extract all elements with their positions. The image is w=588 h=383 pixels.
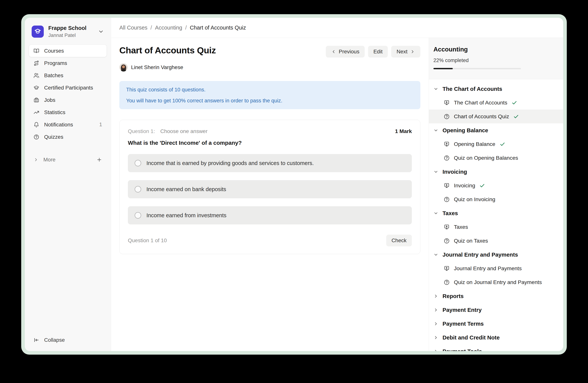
answer-option-2[interactable]: Income earned on bank deposits <box>128 180 412 198</box>
chapter-label: Invoicing <box>442 169 467 175</box>
question-instruction: Choose one answer <box>160 128 208 134</box>
lesson-taxes[interactable]: Taxes <box>429 220 563 234</box>
answer-option-1[interactable]: Income that is earned by providing goods… <box>128 154 412 172</box>
chapter-label: The Chart of Accounts <box>442 86 502 92</box>
lesson-label: Chart of Accounts Quiz <box>454 113 509 120</box>
chapter-label: Debit and Credit Note <box>442 334 500 341</box>
collapse-sidebar-icon <box>34 337 39 343</box>
monitor-play-icon <box>444 266 450 271</box>
chapter-taxes[interactable]: Taxes <box>429 206 563 220</box>
lesson-opening-balance[interactable]: Opening Balance <box>429 137 563 151</box>
question-number-label: Question 1: <box>128 128 155 134</box>
chapter-payment-entry[interactable]: Payment Entry <box>429 303 563 317</box>
sidebar-item-notifications[interactable]: Notifications 1 <box>29 118 107 131</box>
chapter-the-chart-of-accounts[interactable]: The Chart of Accounts <box>429 82 563 96</box>
sidebar-item-quizzes[interactable]: Quizzes <box>29 131 107 143</box>
help-circle-icon <box>444 279 450 285</box>
sidebar-item-label: Notifications <box>44 122 73 128</box>
chevron-left-icon <box>331 49 336 54</box>
collapse-label: Collapse <box>44 337 65 343</box>
answer-option-label: Income earned on bank deposits <box>147 186 226 192</box>
check-icon <box>479 183 485 189</box>
sidebar-more-toggle[interactable]: More <box>29 154 107 165</box>
sidebar-item-courses[interactable]: Courses <box>29 45 107 57</box>
edit-button[interactable]: Edit <box>368 46 388 57</box>
check-button-label: Check <box>392 237 406 244</box>
previous-button[interactable]: Previous <box>326 46 365 57</box>
chapter-opening-balance[interactable]: Opening Balance <box>429 123 563 137</box>
chapter-label: Payment Tools <box>442 348 482 351</box>
breadcrumb-accounting[interactable]: Accounting <box>155 25 182 31</box>
sidebar-item-jobs[interactable]: Jobs <box>29 94 107 106</box>
sidebar-item-batches[interactable]: Batches <box>29 69 107 81</box>
sidebar-item-label: Statistics <box>44 109 65 115</box>
sidebar-item-label: Certified Participants <box>44 85 93 91</box>
chapter-reports[interactable]: Reports <box>429 289 563 303</box>
radio-button[interactable] <box>135 160 141 166</box>
breadcrumb-all-courses[interactable]: All Courses <box>119 25 147 31</box>
app-frame: Frappe School Jannat Patel Courses <box>25 18 563 351</box>
chapter-label: Payment Entry <box>442 307 482 313</box>
chapter-label: Reports <box>442 293 463 299</box>
course-progress-fill <box>433 68 453 69</box>
sidebar-spacer <box>25 165 111 337</box>
chevron-down-icon <box>433 211 438 216</box>
sidebar-item-label: Batches <box>44 73 63 78</box>
course-progress-header: Accounting 22% completed <box>429 38 563 79</box>
course-progress-bar <box>433 68 521 69</box>
lesson-label: Quiz on Taxes <box>454 238 488 244</box>
lesson-label: Opening Balance <box>454 141 495 147</box>
sidebar-item-programs[interactable]: Programs <box>29 57 107 69</box>
notice-line-2: You will have to get 100% correct answer… <box>126 98 414 103</box>
sidebar-more-label: More <box>43 157 56 163</box>
chapter-label: Opening Balance <box>442 127 488 134</box>
chapter-payment-tools[interactable]: Payment Tools <box>429 345 563 351</box>
course-title: Accounting <box>433 46 555 53</box>
next-button[interactable]: Next <box>391 46 420 57</box>
lesson-quiz-on-invoicing[interactable]: Quiz on Invoicing <box>429 192 563 206</box>
lesson-chart-of-accounts-quiz[interactable]: Chart of Accounts Quiz <box>429 110 563 123</box>
lesson-quiz-on-journal-entry-and-payments[interactable]: Quiz on Journal Entry and Payments <box>429 275 563 289</box>
course-outline-panel: Accounting 22% completed The Chart of Ac… <box>429 38 563 351</box>
sidebar-item-certified-participants[interactable]: Certified Participants <box>29 81 107 94</box>
check-button[interactable]: Check <box>386 235 412 246</box>
sidebar-item-statistics[interactable]: Statistics <box>29 106 107 118</box>
radio-button[interactable] <box>135 212 141 219</box>
sidebar-collapse-button[interactable]: Collapse <box>25 337 111 351</box>
lesson-label: Quiz on Journal Entry and Payments <box>454 279 542 285</box>
sidebar-item-label: Jobs <box>44 97 55 103</box>
lesson-quiz-on-opening-balances[interactable]: Quiz on Opening Balances <box>429 151 563 165</box>
lesson-label: Quiz on Invoicing <box>454 196 495 202</box>
main-area: All Courses / Accounting / Chart of Acco… <box>111 18 563 351</box>
quiz-notice-banner: This quiz consists of 10 questions. You … <box>119 81 420 109</box>
chapter-invoicing[interactable]: Invoicing <box>429 165 563 179</box>
lesson-invoicing[interactable]: Invoicing <box>429 179 563 192</box>
radio-button[interactable] <box>135 186 141 192</box>
question-marks: 1 Mark <box>395 128 412 134</box>
avatar <box>119 63 128 72</box>
chevron-right-icon <box>433 349 438 351</box>
chevron-right-icon <box>34 157 39 162</box>
notice-line-1: This quiz consists of 10 questions. <box>126 87 414 92</box>
users-icon <box>34 73 39 78</box>
chevron-right-icon <box>433 335 438 340</box>
workspace-switcher[interactable]: Frappe School Jannat Patel <box>25 18 111 45</box>
monitor-play-icon <box>444 183 450 189</box>
lesson-journal-entry-and-payments[interactable]: Journal Entry and Payments <box>429 262 563 275</box>
graduation-cap-icon <box>34 85 39 91</box>
chevron-down-icon <box>98 29 104 35</box>
chapter-journal-entry-and-payments[interactable]: Journal Entry and Payments <box>429 248 563 262</box>
trending-up-icon <box>34 110 39 115</box>
quiz-page: Chart of Accounts Quiz Previous Edit <box>111 38 429 351</box>
sidebar-nav: Courses Programs Batches <box>25 45 111 165</box>
author-row: Linet Sherin Varghese <box>119 63 420 72</box>
next-button-label: Next <box>397 49 407 55</box>
answer-option-3[interactable]: Income earned from investments <box>128 206 412 224</box>
chapter-debit-and-credit-note[interactable]: Debit and Credit Note <box>429 331 563 345</box>
chapter-payment-terms[interactable]: Payment Terms <box>429 317 563 331</box>
notifications-count-badge: 1 <box>99 122 102 128</box>
lesson-quiz-on-taxes[interactable]: Quiz on Taxes <box>429 234 563 248</box>
plus-icon[interactable] <box>96 157 102 163</box>
breadcrumb-separator: / <box>185 25 187 31</box>
lesson-the-chart-of-accounts[interactable]: The Chart of Accounts <box>429 96 563 110</box>
